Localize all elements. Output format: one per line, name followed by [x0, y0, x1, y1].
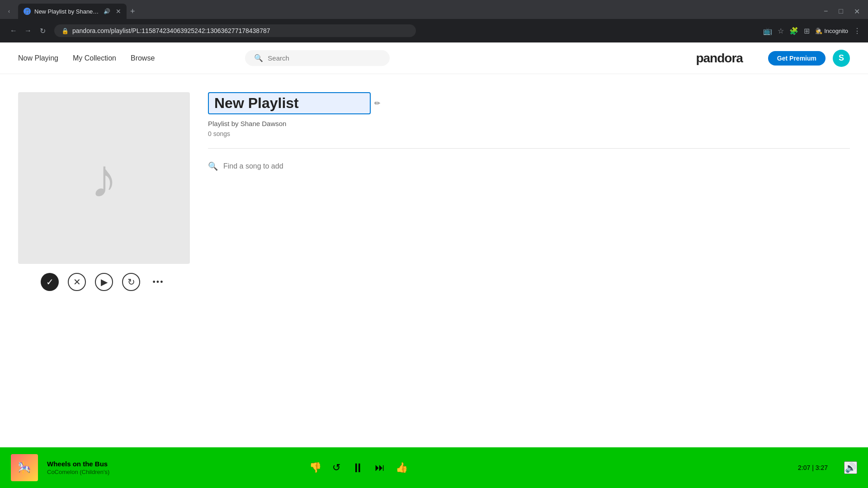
incognito-icon: 🕵	[815, 28, 822, 34]
new-tab-button[interactable]: +	[127, 5, 139, 18]
app-header: Now Playing My Collection Browse 🔍 pando…	[0, 42, 868, 74]
np-controls: 👎 ↺ ⏸ ⏭ 👍	[309, 460, 408, 475]
np-time: 2:07 | 3:27	[798, 464, 828, 471]
active-tab[interactable]: 🎵 New Playlist by Shane Daw... 🔊 ✕	[18, 4, 127, 19]
replay-button[interactable]: ↻	[122, 273, 140, 291]
thumbs-up-button[interactable]: ✓	[41, 273, 59, 291]
tab-title: New Playlist by Shane Daw...	[34, 8, 100, 15]
incognito-badge: 🕵 Incognito	[815, 28, 848, 34]
np-time-separator: |	[812, 464, 816, 471]
playlist-divider	[208, 148, 850, 149]
lock-icon: 🔒	[61, 28, 69, 34]
np-volume-button[interactable]: 🔊	[844, 461, 857, 474]
song-search-icon: 🔍	[208, 161, 218, 171]
url-bar[interactable]: 🔒 pandora.com/playlist/PL:11587423406392…	[54, 24, 416, 37]
window-minimize-button[interactable]: −	[819, 5, 832, 18]
url-text: pandora.com/playlist/PL:1158742340639252…	[72, 27, 270, 34]
np-skip-button[interactable]: ⏭	[375, 462, 385, 474]
np-album-image: 🎠	[11, 454, 38, 481]
playlist-controls: ✓ ✕ ▶ ↻ •••	[18, 273, 190, 291]
bookmark-button[interactable]: ☆	[778, 27, 784, 35]
np-current-time: 2:07	[798, 464, 810, 471]
np-album-art: 🎠	[11, 454, 38, 481]
nav-browse[interactable]: Browse	[131, 54, 155, 62]
tab-close-button[interactable]: ✕	[116, 8, 121, 15]
extensions-button[interactable]: 🧩	[789, 27, 798, 35]
cast-button[interactable]: 📺	[763, 27, 772, 35]
np-title: Wheels on the Bus	[47, 460, 109, 468]
tab-audio-icon: 🔊	[104, 8, 110, 14]
find-song-input[interactable]	[223, 162, 359, 170]
playlist-art: ♪	[18, 92, 190, 264]
pandora-logo: pandora	[696, 51, 742, 66]
tab-back-button[interactable]: ‹	[4, 6, 14, 17]
playlist-song-count: 0 songs	[208, 130, 850, 137]
playlist-info: ✏ Playlist by Shane Dawson 0 songs 🔍	[208, 92, 850, 461]
browser-reload-button[interactable]: ↻	[36, 24, 49, 37]
main-content: ♪ ✓ ✕ ▶ ↻ ••• ✏ Playlist by Shane Dawson…	[0, 74, 868, 479]
np-total-time: 3:27	[816, 464, 828, 471]
np-thumbs-up-button[interactable]: 👍	[396, 462, 408, 474]
nav-now-playing[interactable]: Now Playing	[18, 54, 58, 62]
np-artist: CoComelon (Children's)	[47, 469, 109, 475]
np-pause-button[interactable]: ⏸	[351, 460, 364, 475]
window-restore-button[interactable]: □	[834, 5, 848, 18]
more-options-button[interactable]: •••	[149, 273, 167, 291]
thumbs-down-button[interactable]: ✕	[68, 273, 86, 291]
np-thumbs-down-button[interactable]: 👎	[309, 462, 321, 474]
playlist-name-input[interactable]	[208, 92, 371, 114]
browser-forward-button[interactable]: →	[22, 24, 34, 37]
user-avatar[interactable]: S	[833, 50, 850, 67]
np-replay-button[interactable]: ↺	[332, 462, 340, 474]
left-section: ♪ ✓ ✕ ▶ ↻ •••	[18, 92, 190, 461]
window-close-button[interactable]: ✕	[849, 5, 864, 18]
nav-my-collection[interactable]: My Collection	[73, 54, 116, 62]
incognito-label: Incognito	[824, 28, 848, 34]
browser-back-button[interactable]: ←	[7, 24, 20, 37]
play-button[interactable]: ▶	[95, 273, 113, 291]
edit-name-button[interactable]: ✏	[374, 99, 380, 108]
get-premium-button[interactable]: Get Premium	[768, 51, 826, 66]
now-playing-bar: 🎠 Wheels on the Bus CoComelon (Children'…	[0, 447, 868, 488]
np-track-info: Wheels on the Bus CoComelon (Children's)	[47, 460, 109, 475]
playlist-meta: Playlist by Shane Dawson	[208, 120, 850, 127]
search-icon: 🔍	[254, 54, 263, 62]
sidebar-button[interactable]: ⊞	[804, 27, 810, 35]
playlist-name-section: ✏	[208, 92, 850, 114]
menu-button[interactable]: ⋮	[854, 27, 861, 35]
music-note-icon: ♪	[90, 147, 118, 209]
song-search-bar[interactable]: 🔍	[208, 156, 850, 177]
search-input[interactable]	[268, 54, 358, 62]
search-bar[interactable]: 🔍	[245, 50, 390, 66]
tab-favicon: 🎵	[24, 8, 31, 15]
